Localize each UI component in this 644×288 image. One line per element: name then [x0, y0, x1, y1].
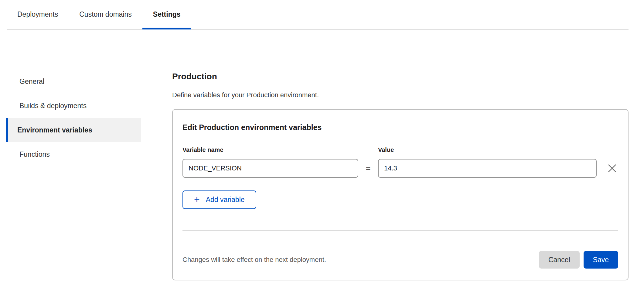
page-description: Define variables for your Production env…	[172, 91, 629, 99]
variable-row: =	[182, 159, 618, 178]
project-tab-bar: Deployments Custom domains Settings	[7, 0, 629, 29]
tab-deployments[interactable]: Deployments	[7, 0, 69, 29]
sidebar-item-environment-variables[interactable]: Environment variables	[6, 118, 141, 142]
sidebar-item-functions[interactable]: Functions	[6, 142, 141, 166]
tab-custom-domains[interactable]: Custom domains	[69, 0, 142, 29]
add-variable-label: Add variable	[206, 196, 245, 204]
remove-variable-button[interactable]	[606, 162, 618, 174]
equals-sign: =	[366, 164, 371, 173]
plus-icon: +	[194, 194, 200, 204]
card-footer: Changes will take effect on the next dep…	[182, 251, 618, 269]
variable-value-input[interactable]	[378, 159, 597, 178]
sidebar-item-general[interactable]: General	[6, 69, 141, 94]
settings-sidebar: General Builds & deployments Environment…	[6, 69, 141, 166]
add-variable-button[interactable]: + Add variable	[182, 190, 256, 209]
environment-variables-card: Edit Production environment variables Va…	[172, 109, 629, 280]
card-title: Edit Production environment variables	[182, 123, 618, 132]
page-title: Production	[172, 72, 629, 81]
cancel-button[interactable]: Cancel	[539, 251, 580, 269]
settings-page: Deployments Custom domains Settings Gene…	[0, 0, 644, 288]
close-icon	[607, 163, 617, 173]
card-divider	[182, 230, 618, 231]
sidebar-item-builds-deployments[interactable]: Builds & deployments	[6, 94, 141, 118]
footer-note: Changes will take effect on the next dep…	[182, 256, 326, 264]
label-spacer	[358, 146, 378, 153]
tab-settings[interactable]: Settings	[142, 0, 191, 29]
main-content: Production Define variables for your Pro…	[172, 72, 629, 280]
save-button[interactable]: Save	[584, 251, 618, 269]
variable-name-input[interactable]	[182, 159, 358, 178]
value-label: Value	[378, 146, 618, 153]
field-labels-row: Variable name Value	[182, 146, 618, 153]
variable-name-label: Variable name	[182, 146, 358, 153]
